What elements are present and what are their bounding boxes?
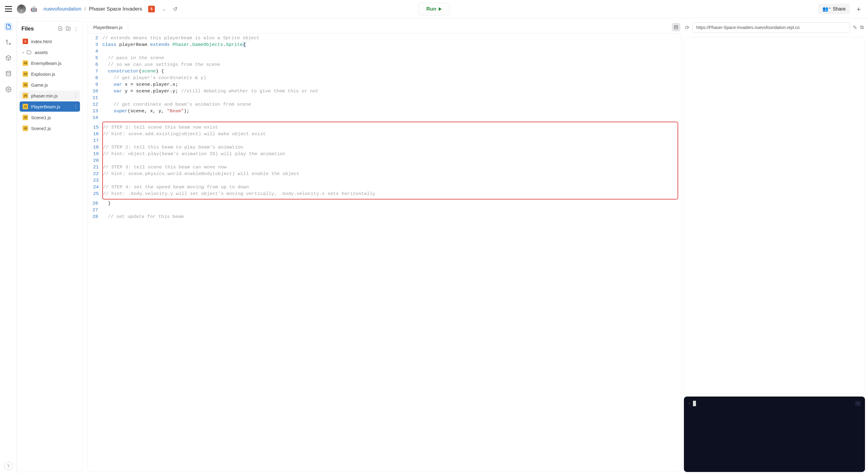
breadcrumb-separator: / [85, 6, 86, 12]
chevron-right-icon: ▸ [23, 51, 25, 54]
settings-icon[interactable] [4, 85, 13, 94]
html-file-icon: 5 [23, 39, 28, 44]
file-item-explosion[interactable]: JSExplosion.js [20, 69, 80, 79]
file-item-index[interactable]: 5index.html [20, 36, 80, 46]
file-item-phaser[interactable]: JSphaser.min.js⋮ [20, 91, 80, 101]
plus-icon[interactable]: ＋ [854, 3, 863, 15]
file-item-playerbeam[interactable]: JSPlayerBeam.js⋮ [20, 101, 80, 112]
avatar-icon[interactable]: 🤖 [30, 5, 38, 13]
item-more-icon[interactable]: ⋮ [73, 104, 78, 109]
highlighted-region: 15// STEP 1: tell scene this beam now ex… [102, 122, 678, 199]
file-item-scene1[interactable]: JSScene1.js [20, 112, 80, 123]
folder-icon [26, 50, 32, 55]
chevron-down-icon[interactable]: ⌄ [162, 7, 166, 11]
files-title: Files [22, 26, 55, 32]
js-file-icon: JS [23, 93, 28, 98]
preview-url-input[interactable] [692, 22, 850, 33]
file-item-assets[interactable]: ▸assets [20, 47, 80, 57]
docs-icon[interactable] [672, 23, 680, 31]
file-label: PlayerBeam.js [31, 104, 60, 109]
file-label: phaser.min.js [31, 93, 58, 98]
file-list: 5index.html ▸assets JSEnemyBeam.js JSExp… [17, 35, 83, 135]
svg-point-0 [6, 40, 7, 42]
packages-icon[interactable] [4, 54, 13, 62]
breadcrumb-project[interactable]: Phaser Space Invaders [89, 6, 142, 12]
help-icon[interactable]: ? [4, 462, 13, 470]
tab-playerbeam[interactable]: PlayerBeam.js [88, 22, 128, 33]
run-label: Run [426, 6, 436, 12]
file-label: Scene1.js [31, 115, 51, 120]
new-folder-icon[interactable] [66, 26, 71, 32]
main: ? Files ⋮ 5index.html ▸assets JSEnemyBea… [0, 18, 868, 475]
tab-bar: PlayerBeam.js [88, 21, 681, 33]
run-button[interactable]: Run [418, 3, 450, 15]
file-label: index.html [31, 39, 52, 44]
svg-point-1 [9, 43, 10, 45]
svg-point-3 [7, 89, 9, 90]
breadcrumb: nuevofoundation / Phaser Space Invaders … [43, 6, 178, 12]
console-cursor [693, 401, 696, 406]
js-file-icon: JS [23, 82, 28, 88]
left-rail: ? [0, 18, 17, 475]
files-panel: Files ⋮ 5index.html ▸assets JSEnemyBeam.… [17, 21, 83, 472]
item-more-icon[interactable]: ⋮ [73, 93, 78, 99]
file-item-scene2[interactable]: JSScene2.js [20, 123, 80, 133]
open-external-icon[interactable]: ⧉ [860, 25, 864, 30]
js-file-icon: JS [23, 60, 28, 66]
preview-pane[interactable] [684, 37, 865, 393]
hamburger-icon[interactable] [5, 5, 12, 13]
js-file-icon: JS [23, 71, 28, 77]
history-icon[interactable]: ↺ [173, 6, 178, 12]
play-icon [439, 7, 442, 11]
more-icon[interactable]: ⋮ [74, 26, 78, 32]
js-file-icon: JS [23, 104, 28, 109]
js-file-icon: JS [23, 115, 28, 120]
user-plus-icon: 👥⁺ [823, 6, 831, 12]
console-pane[interactable]: › ⌫ [684, 397, 865, 472]
code-comment: // extends means this playerbeam is also… [102, 35, 259, 41]
file-item-game[interactable]: JSGame.js [20, 80, 80, 90]
editor-column: PlayerBeam.js 2// extends means this pla… [88, 21, 681, 472]
file-label: Game.js [31, 83, 48, 88]
version-control-icon[interactable] [4, 38, 13, 46]
file-label: Explosion.js [31, 71, 55, 77]
preview-url-bar: ⟳ ✎ ⧉ [684, 21, 865, 34]
svg-point-2 [6, 71, 10, 73]
edit-icon[interactable]: ✎ [853, 25, 857, 31]
code-editor[interactable]: 2// extends means this playerbeam is als… [88, 33, 681, 472]
js-file-icon: JS [23, 126, 28, 131]
database-icon[interactable] [4, 69, 13, 78]
console-prompt-icon: › [688, 401, 690, 406]
files-tab-icon[interactable] [4, 22, 13, 31]
top-bar: 🤖 nuevofoundation / Phaser Space Invader… [0, 0, 868, 18]
file-item-enemybeam[interactable]: JSEnemyBeam.js [20, 58, 80, 68]
file-label: Scene2.js [31, 126, 51, 131]
share-button[interactable]: 👥⁺ Share [818, 4, 850, 14]
breadcrumb-user[interactable]: nuevofoundation [43, 6, 82, 12]
file-label: assets [35, 50, 48, 55]
share-label: Share [833, 6, 846, 12]
new-file-icon[interactable] [58, 26, 63, 32]
console-clear-icon[interactable]: ⌫ [855, 401, 861, 406]
reload-icon[interactable]: ⟳ [685, 25, 689, 31]
html5-icon: 5 [148, 6, 155, 12]
replit-logo-icon[interactable] [17, 4, 26, 13]
file-label: EnemyBeam.js [31, 61, 62, 66]
right-column: ⟳ ✎ ⧉ › ⌫ [684, 21, 865, 472]
